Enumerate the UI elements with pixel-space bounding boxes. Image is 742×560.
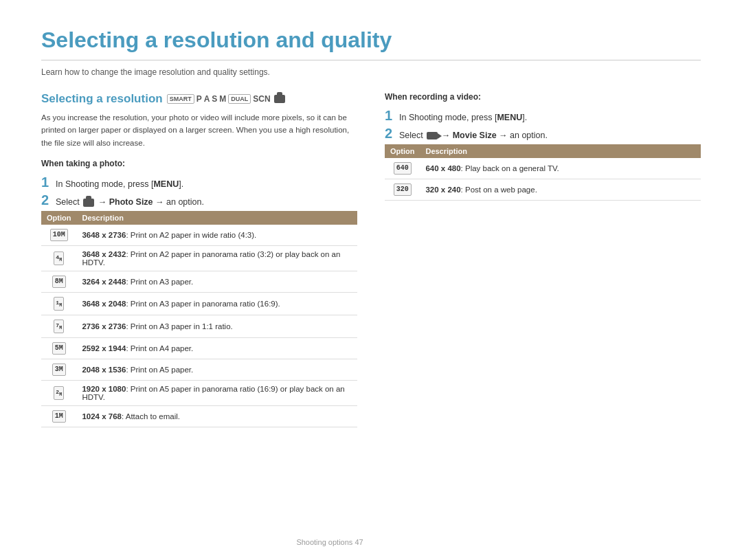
mode-icons: SMART P A S M DUAL SCN	[167, 94, 286, 104]
table-row: 640 640 x 480: Play back on a general TV…	[385, 158, 701, 179]
step-num-2: 2	[41, 193, 52, 207]
step-2-video: 2 Select → Movie Size → an option.	[385, 126, 701, 140]
video-step-1-text: In Shooting mode, press [MENU].	[399, 113, 527, 122]
video-subsection-label: When recording a video:	[385, 92, 701, 102]
col-header-option-video: Option	[385, 144, 420, 158]
right-column: When recording a video: 1 In Shooting mo…	[385, 92, 701, 427]
desc-4m: 3648 x 2432: Print on A2 paper in panora…	[76, 246, 357, 271]
video-step-2-text: Select → Movie Size → an option.	[399, 131, 548, 140]
table-header-row: Option Description	[385, 144, 701, 158]
icon-5m: 5M	[41, 338, 76, 359]
smart-mode-icon: SMART	[167, 94, 194, 104]
table-row: 1M 1024 x 768: Attach to email.	[41, 406, 357, 427]
camera-icon	[274, 95, 285, 103]
desc-3m: 2048 x 1536: Print on A5 paper.	[76, 359, 357, 381]
desc-320: 320 x 240: Post on a web page.	[420, 179, 701, 201]
desc-7m: 2736 x 2736: Print on A3 paper in 1:1 ra…	[76, 315, 357, 338]
desc-10m: 3648 x 2736: Print on A2 paper in wide r…	[76, 225, 357, 246]
icon-3m: 3M	[41, 359, 76, 381]
icon-10m: 10M	[41, 225, 76, 246]
desc-640: 640 x 480: Play back on a general TV.	[420, 158, 701, 179]
scn-mode: SCN	[253, 94, 270, 104]
table-row: 320 320 x 240: Post on a web page.	[385, 179, 701, 201]
desc-1m: 1024 x 768: Attach to email.	[76, 406, 357, 427]
page-footer: Shooting options 47	[0, 538, 660, 546]
dual-mode-icon: DUAL	[228, 94, 251, 104]
a-mode: A	[204, 94, 210, 104]
desc-1m-pano: 3648 x 2048: Print on A3 paper in panora…	[76, 293, 357, 315]
step-num-1: 1	[41, 175, 52, 189]
col-header-desc-video: Description	[420, 144, 701, 158]
photo-camera-icon	[83, 199, 94, 207]
icon-4m: 4M	[41, 246, 76, 271]
footer-text: Shooting options 47	[296, 538, 363, 546]
icon-320: 320	[385, 179, 420, 201]
step-2-text: Select → Photo Size → an option.	[56, 197, 204, 207]
table-row: 7M 2736 x 2736: Print on A3 paper in 1:1…	[41, 315, 357, 338]
table-row: 3M 2048 x 1536: Print on A5 paper.	[41, 359, 357, 381]
photo-options-table: Option Description 10M 3648 x 2736: Prin…	[41, 211, 357, 427]
icon-8m: 8M	[41, 271, 76, 293]
section-title-resolution: Selecting a resolution SMART P A S M DUA…	[41, 92, 357, 106]
step-1-video: 1 In Shooting mode, press [MENU].	[385, 109, 701, 122]
video-step-num-2: 2	[385, 126, 396, 140]
video-options-table: Option Description 640 640 x 480: Play b…	[385, 144, 701, 201]
left-column: Selecting a resolution SMART P A S M DUA…	[41, 92, 357, 427]
step-2-photo: 2 Select → Photo Size → an option.	[41, 193, 357, 207]
table-row: 10M 3648 x 2736: Print on A2 paper in wi…	[41, 225, 357, 246]
table-row: 4M 3648 x 2432: Print on A2 paper in pan…	[41, 246, 357, 271]
icon-1m-pano: 1M	[41, 293, 76, 315]
table-row: 5M 2592 x 1944: Print on A4 paper.	[41, 338, 357, 359]
step-1-text: In Shooting mode, press [MENU].	[56, 179, 183, 189]
page-subtitle: Learn how to change the image resolution…	[41, 67, 701, 77]
desc-2m: 1920 x 1080: Print on A5 paper in panora…	[76, 381, 357, 406]
table-row: 1M 3648 x 2048: Print on A3 paper in pan…	[41, 293, 357, 315]
step-1-photo: 1 In Shooting mode, press [MENU].	[41, 175, 357, 189]
video-camera-icon	[427, 132, 438, 139]
icon-640: 640	[385, 158, 420, 179]
table-row: 2M 1920 x 1080: Print on A5 paper in pan…	[41, 381, 357, 406]
s-mode: S	[212, 94, 217, 104]
icon-2m: 2M	[41, 381, 76, 406]
section-description: As you increase the resolution, your pho…	[41, 111, 357, 149]
video-step-num-1: 1	[385, 109, 396, 122]
col-header-desc: Description	[76, 211, 357, 225]
icon-1m: 1M	[41, 406, 76, 427]
video-subsection: When recording a video: 1 In Shooting mo…	[385, 92, 701, 201]
m-mode: M	[219, 94, 226, 104]
icon-7m: 7M	[41, 315, 76, 338]
table-header-row: Option Description	[41, 211, 357, 225]
page-title: Selecting a resolution and quality	[41, 27, 701, 60]
photo-subsection-label: When taking a photo:	[41, 159, 357, 168]
desc-8m: 3264 x 2448: Print on A3 paper.	[76, 271, 357, 293]
desc-5m: 2592 x 1944: Print on A4 paper.	[76, 338, 357, 359]
table-row: 8M 3264 x 2448: Print on A3 paper.	[41, 271, 357, 293]
p-mode: P	[196, 94, 202, 104]
section-title-text: Selecting a resolution	[41, 92, 163, 106]
col-header-option: Option	[41, 211, 76, 225]
